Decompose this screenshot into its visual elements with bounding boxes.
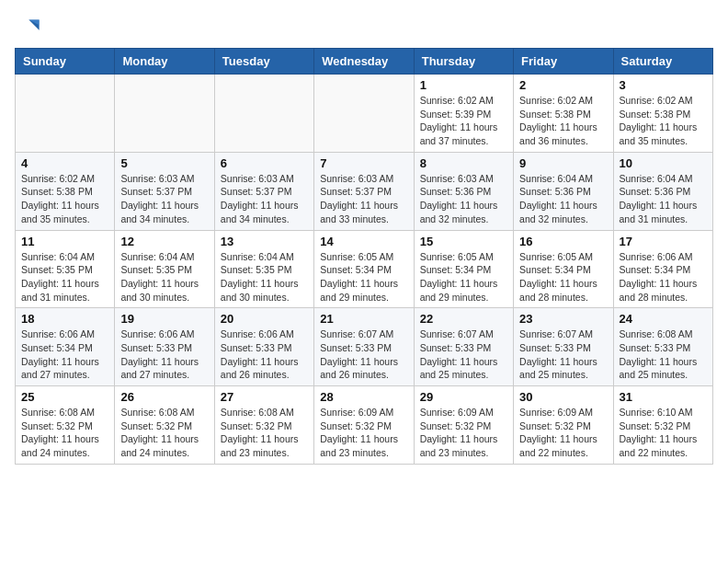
calendar-cell: 7Sunrise: 6:03 AM Sunset: 5:37 PM Daylig… [314,152,414,230]
day-info: Sunrise: 6:04 AM Sunset: 5:36 PM Dayligh… [620,172,707,226]
day-number: 17 [620,235,707,248]
calendar-cell: 15Sunrise: 6:05 AM Sunset: 5:34 PM Dayli… [414,230,513,308]
day-info: Sunrise: 6:05 AM Sunset: 5:34 PM Dayligh… [519,250,607,304]
day-info: Sunrise: 6:08 AM Sunset: 5:32 PM Dayligh… [120,406,208,460]
day-info: Sunrise: 6:08 AM Sunset: 5:32 PM Dayligh… [221,406,308,460]
day-number: 2 [519,78,607,92]
day-info: Sunrise: 6:04 AM Sunset: 5:35 PM Dayligh… [221,250,308,304]
day-info: Sunrise: 6:03 AM Sunset: 5:37 PM Dayligh… [320,172,407,226]
day-number: 5 [120,156,208,170]
weekday-header-thursday: Thursday [414,49,513,75]
day-number: 10 [620,156,707,170]
day-number: 27 [221,390,308,404]
day-info: Sunrise: 6:05 AM Sunset: 5:34 PM Dayligh… [420,250,507,304]
calendar-cell: 9Sunrise: 6:04 AM Sunset: 5:36 PM Daylig… [514,152,613,230]
calendar-cell: 5Sunrise: 6:03 AM Sunset: 5:37 PM Daylig… [115,152,214,230]
day-info: Sunrise: 6:02 AM Sunset: 5:39 PM Dayligh… [420,94,507,148]
day-number: 6 [221,156,308,170]
calendar-cell: 14Sunrise: 6:05 AM Sunset: 5:34 PM Dayli… [314,230,414,308]
calendar-week-row: 11Sunrise: 6:04 AM Sunset: 5:35 PM Dayli… [16,230,713,308]
day-info: Sunrise: 6:05 AM Sunset: 5:34 PM Dayligh… [320,250,407,304]
calendar-cell: 18Sunrise: 6:06 AM Sunset: 5:34 PM Dayli… [16,308,115,386]
day-info: Sunrise: 6:02 AM Sunset: 5:38 PM Dayligh… [21,172,108,226]
day-info: Sunrise: 6:06 AM Sunset: 5:34 PM Dayligh… [620,250,707,304]
day-number: 19 [120,312,208,326]
calendar-cell: 1Sunrise: 6:02 AM Sunset: 5:39 PM Daylig… [414,75,513,153]
day-info: Sunrise: 6:09 AM Sunset: 5:32 PM Dayligh… [320,406,407,460]
day-number: 25 [21,390,108,404]
day-number: 28 [320,390,407,404]
calendar-cell: 30Sunrise: 6:09 AM Sunset: 5:32 PM Dayli… [514,386,613,465]
weekday-header-row: SundayMondayTuesdayWednesdayThursdayFrid… [16,49,713,75]
calendar-cell: 23Sunrise: 6:07 AM Sunset: 5:33 PM Dayli… [514,308,613,386]
calendar-cell: 21Sunrise: 6:07 AM Sunset: 5:33 PM Dayli… [314,308,414,386]
calendar-cell: 13Sunrise: 6:04 AM Sunset: 5:35 PM Dayli… [214,230,313,308]
calendar-cell: 25Sunrise: 6:08 AM Sunset: 5:32 PM Dayli… [16,386,115,465]
calendar-table: SundayMondayTuesdayWednesdayThursdayFrid… [15,48,713,465]
calendar-cell: 11Sunrise: 6:04 AM Sunset: 5:35 PM Dayli… [16,230,115,308]
calendar-cell: 6Sunrise: 6:03 AM Sunset: 5:37 PM Daylig… [214,152,313,230]
calendar-cell [16,75,115,153]
day-number: 31 [620,390,707,404]
day-number: 26 [120,390,208,404]
day-info: Sunrise: 6:07 AM Sunset: 5:33 PM Dayligh… [420,327,507,382]
day-info: Sunrise: 6:03 AM Sunset: 5:36 PM Dayligh… [420,172,507,226]
day-number: 1 [420,78,507,92]
day-info: Sunrise: 6:09 AM Sunset: 5:32 PM Dayligh… [420,406,507,460]
day-info: Sunrise: 6:03 AM Sunset: 5:37 PM Dayligh… [120,172,208,226]
day-info: Sunrise: 6:07 AM Sunset: 5:33 PM Dayligh… [320,327,407,382]
calendar-cell: 4Sunrise: 6:02 AM Sunset: 5:38 PM Daylig… [16,152,115,230]
calendar-cell: 28Sunrise: 6:09 AM Sunset: 5:32 PM Dayli… [314,386,414,465]
weekday-header-sunday: Sunday [16,49,115,75]
day-number: 22 [420,312,507,326]
calendar-cell: 17Sunrise: 6:06 AM Sunset: 5:34 PM Dayli… [613,230,712,308]
day-number: 8 [420,156,507,170]
weekday-header-friday: Friday [514,49,613,75]
calendar-cell: 19Sunrise: 6:06 AM Sunset: 5:33 PM Dayli… [115,308,214,386]
weekday-header-tuesday: Tuesday [214,49,313,75]
weekday-header-saturday: Saturday [613,49,712,75]
day-number: 24 [620,312,707,326]
day-info: Sunrise: 6:04 AM Sunset: 5:35 PM Dayligh… [120,250,208,304]
day-number: 16 [519,235,607,248]
weekday-header-monday: Monday [115,49,214,75]
day-number: 15 [420,235,507,248]
day-number: 3 [620,78,707,92]
day-info: Sunrise: 6:07 AM Sunset: 5:33 PM Dayligh… [519,327,607,382]
calendar-week-row: 4Sunrise: 6:02 AM Sunset: 5:38 PM Daylig… [16,152,713,230]
logo [15,15,44,40]
calendar-cell: 29Sunrise: 6:09 AM Sunset: 5:32 PM Dayli… [414,386,513,465]
calendar-week-row: 18Sunrise: 6:06 AM Sunset: 5:34 PM Dayli… [16,308,713,386]
calendar-week-row: 25Sunrise: 6:08 AM Sunset: 5:32 PM Dayli… [16,386,713,465]
calendar-cell: 24Sunrise: 6:08 AM Sunset: 5:33 PM Dayli… [613,308,712,386]
day-number: 23 [519,312,607,326]
day-number: 7 [320,156,407,170]
calendar-cell: 31Sunrise: 6:10 AM Sunset: 5:32 PM Dayli… [613,386,712,465]
day-info: Sunrise: 6:06 AM Sunset: 5:34 PM Dayligh… [21,327,108,382]
day-number: 29 [420,390,507,404]
day-number: 20 [221,312,308,326]
page-header [15,15,713,40]
calendar-cell: 16Sunrise: 6:05 AM Sunset: 5:34 PM Dayli… [514,230,613,308]
day-info: Sunrise: 6:02 AM Sunset: 5:38 PM Dayligh… [519,94,607,148]
day-number: 30 [519,390,607,404]
calendar-cell [214,75,313,153]
calendar-cell [115,75,214,153]
calendar-cell: 12Sunrise: 6:04 AM Sunset: 5:35 PM Dayli… [115,230,214,308]
day-number: 13 [221,235,308,248]
calendar-cell: 10Sunrise: 6:04 AM Sunset: 5:36 PM Dayli… [613,152,712,230]
calendar-cell: 3Sunrise: 6:02 AM Sunset: 5:38 PM Daylig… [613,75,712,153]
day-number: 14 [320,235,407,248]
day-info: Sunrise: 6:06 AM Sunset: 5:33 PM Dayligh… [221,327,308,382]
logo-icon [15,15,40,40]
day-number: 12 [120,235,208,248]
day-info: Sunrise: 6:06 AM Sunset: 5:33 PM Dayligh… [120,327,208,382]
day-number: 18 [21,312,108,326]
calendar-cell: 22Sunrise: 6:07 AM Sunset: 5:33 PM Dayli… [414,308,513,386]
day-info: Sunrise: 6:08 AM Sunset: 5:33 PM Dayligh… [620,327,707,382]
day-info: Sunrise: 6:04 AM Sunset: 5:36 PM Dayligh… [519,172,607,226]
calendar-cell: 20Sunrise: 6:06 AM Sunset: 5:33 PM Dayli… [214,308,313,386]
calendar-cell [314,75,414,153]
calendar-cell: 27Sunrise: 6:08 AM Sunset: 5:32 PM Dayli… [214,386,313,465]
day-number: 11 [21,235,108,248]
